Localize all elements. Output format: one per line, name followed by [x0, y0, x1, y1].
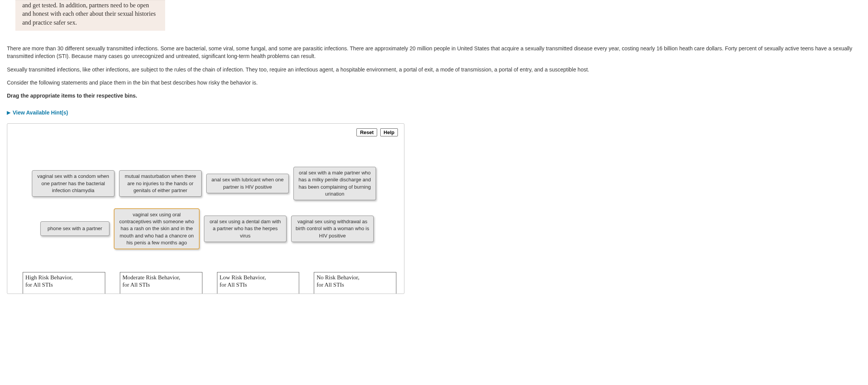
- drag-instruction: Drag the appropriate items to their resp…: [7, 92, 861, 100]
- bin-title-line1: Moderate Risk Behavior,: [123, 274, 200, 281]
- draggable-tile[interactable]: anal sex with lubricant when one partner…: [206, 174, 289, 193]
- bins-row: High Risk Behavior, for All STIs Moderat…: [15, 272, 396, 294]
- bin-title-line2: for All STIs: [316, 281, 394, 289]
- view-hints-toggle[interactable]: ▶ View Available Hint(s): [7, 109, 68, 117]
- draggable-tile[interactable]: oral sex with a male partner who has a m…: [293, 167, 376, 200]
- drag-drop-workspace: Reset Help vaginal sex with a condom whe…: [7, 123, 404, 294]
- reference-text-box: and get tested. In addition, partners ne…: [15, 0, 165, 31]
- reset-button[interactable]: Reset: [356, 128, 377, 136]
- intro-paragraph-3: Consider the following statements and pl…: [7, 79, 861, 86]
- drop-bin-no-risk[interactable]: No Risk Behavior, for All STIs: [314, 272, 396, 294]
- bin-title-line1: No Risk Behavior,: [316, 274, 394, 281]
- tile-area: vaginal sex with a condom when one partn…: [15, 167, 396, 249]
- draggable-tile[interactable]: vaginal sex with a condom when one partn…: [32, 170, 114, 197]
- help-button[interactable]: Help: [380, 128, 398, 136]
- bin-title-line2: for All STIs: [25, 281, 103, 289]
- bin-title-line2: for All STIs: [220, 281, 297, 289]
- draggable-tile[interactable]: vaginal sex using withdrawal as birth co…: [291, 216, 374, 242]
- intro-paragraph-1: There are more than 30 different sexuall…: [7, 45, 861, 60]
- tile-row-2: phone sex with a partner vaginal sex usi…: [15, 209, 396, 249]
- workspace-buttons: Reset Help: [356, 128, 398, 136]
- intro-paragraph-2: Sexually transmitted infections, like ot…: [7, 66, 861, 73]
- bin-title-line2: for All STIs: [123, 281, 200, 289]
- draggable-tile-active[interactable]: vaginal sex using oral contraceptives wi…: [114, 209, 199, 249]
- drop-bin-high-risk[interactable]: High Risk Behavior, for All STIs: [23, 272, 105, 294]
- tile-row-1: vaginal sex with a condom when one partn…: [15, 167, 396, 200]
- drop-bin-moderate-risk[interactable]: Moderate Risk Behavior, for All STIs: [120, 272, 202, 294]
- draggable-tile[interactable]: mutual masturbation when there are no in…: [119, 170, 202, 197]
- caret-right-icon: ▶: [7, 110, 10, 116]
- reference-text: and get tested. In addition, partners ne…: [22, 2, 156, 26]
- draggable-tile[interactable]: oral sex using a dental dam with a partn…: [204, 216, 287, 242]
- draggable-tile[interactable]: phone sex with a partner: [40, 221, 109, 236]
- bin-title-line1: Low Risk Behavior,: [220, 274, 297, 281]
- hints-label: View Available Hint(s): [13, 109, 68, 117]
- drop-bin-low-risk[interactable]: Low Risk Behavior, for All STIs: [217, 272, 300, 294]
- intro-block: There are more than 30 different sexuall…: [7, 45, 861, 100]
- bin-title-line1: High Risk Behavior,: [25, 274, 103, 281]
